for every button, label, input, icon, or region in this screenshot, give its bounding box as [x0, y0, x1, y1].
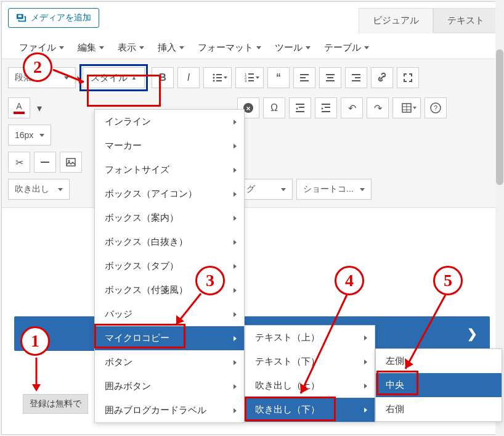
svg-line-42 — [301, 295, 347, 393]
menu-file[interactable]: ファイル — [19, 42, 64, 54]
svg-point-4 — [213, 80, 214, 82]
svg-marker-28 — [322, 107, 323, 110]
svg-rect-17 — [326, 80, 335, 81]
align-center-button[interactable] — [319, 67, 341, 88]
shortcode-btn-1[interactable]: ✂ — [8, 152, 30, 173]
svg-rect-26 — [325, 107, 330, 108]
position-item-right[interactable]: 右側 — [376, 397, 502, 421]
style-dropdown-menu: インライン マーカー フォントサイズ ボックス（アイコン） ボックス（案内） ボ… — [94, 109, 245, 423]
svg-marker-24 — [296, 107, 298, 110]
svg-line-44 — [405, 295, 445, 369]
menu-tools[interactable]: ツール — [275, 42, 311, 54]
svg-rect-18 — [352, 74, 360, 75]
svg-rect-13 — [300, 77, 306, 78]
scrollbar-thumb[interactable] — [496, 49, 503, 185]
svg-rect-23 — [296, 111, 304, 112]
svg-marker-47 — [32, 384, 41, 392]
table-button[interactable] — [392, 97, 421, 118]
svg-rect-25 — [322, 104, 330, 105]
style-item-wrap-button[interactable]: 囲みボタン — [95, 374, 244, 398]
italic-button[interactable]: I — [177, 67, 200, 88]
speech-bubble-select[interactable]: 吹き出し — [8, 179, 70, 200]
svg-rect-14 — [300, 80, 309, 81]
chevron-right-icon: ❯ — [467, 326, 478, 341]
editor-tabs: ビジュアル テキスト — [359, 8, 498, 33]
svg-point-0 — [213, 74, 214, 76]
annotation-circle-4: 4 — [335, 266, 364, 295]
svg-rect-9 — [248, 77, 254, 78]
text-color-caret[interactable]: ▾ — [34, 97, 45, 118]
style-item-box-icon[interactable]: ボックス（アイコン） — [95, 182, 244, 206]
svg-rect-11 — [248, 80, 254, 81]
tab-visual[interactable]: ビジュアル — [359, 8, 433, 33]
outdent-button[interactable] — [289, 97, 311, 118]
svg-rect-7 — [248, 73, 254, 75]
annotation-circle-5: 5 — [433, 266, 463, 295]
svg-rect-19 — [355, 77, 360, 78]
style-item-box-info[interactable]: ボックス（案内） — [95, 206, 244, 230]
svg-text:3: 3 — [245, 79, 247, 83]
add-media-button[interactable]: メディアを追加 — [8, 8, 99, 28]
svg-rect-21 — [296, 104, 304, 105]
svg-rect-16 — [327, 77, 333, 78]
align-right-button[interactable] — [345, 67, 367, 88]
numbered-list-button[interactable]: 123 — [235, 67, 264, 88]
shortcode-select[interactable]: ショートコ... — [296, 179, 372, 200]
style-item-fontsize[interactable]: フォントサイズ — [95, 158, 244, 182]
editor-top-row: メディアを追加 ビジュアル テキスト — [2, 2, 502, 33]
annotation-circle-1: 1 — [20, 326, 50, 356]
menu-insert[interactable]: 挿入 — [158, 42, 184, 54]
annotation-circle-3: 3 — [195, 266, 225, 295]
style-button-label: スタイル — [91, 72, 128, 84]
annotation-circle-2: 2 — [23, 52, 52, 82]
svg-rect-27 — [322, 111, 330, 112]
svg-rect-3 — [216, 77, 222, 78]
svg-rect-36 — [67, 158, 75, 166]
menu-format[interactable]: フォーマット — [198, 42, 261, 54]
style-item-inline[interactable]: インライン — [95, 110, 244, 134]
help-button[interactable]: ? — [425, 97, 447, 118]
annotation-arrow-3 — [167, 290, 204, 334]
bold-button[interactable]: B — [152, 67, 174, 88]
shortcode-btn-2[interactable] — [34, 152, 56, 173]
style-item-button[interactable]: ボタン — [95, 350, 244, 374]
indent-button[interactable] — [315, 97, 337, 118]
svg-rect-22 — [299, 107, 304, 108]
style-item-blogcard-label[interactable]: 囲みブログカードラベル — [95, 398, 244, 422]
svg-rect-20 — [352, 80, 360, 81]
editor-frame: メディアを追加 ビジュアル テキスト ファイル 編集 表示 挿入 フォーマット … — [1, 1, 503, 435]
text-color-button[interactable]: A — [8, 97, 30, 118]
svg-rect-15 — [326, 74, 335, 75]
svg-rect-35 — [41, 162, 49, 163]
annotation-arrow-5 — [396, 292, 452, 378]
style-item-box-outline[interactable]: ボックス（白抜き） — [95, 230, 244, 254]
menubar: ファイル 編集 表示 挿入 フォーマット ツール テーブル — [2, 33, 502, 59]
svg-rect-12 — [300, 74, 309, 75]
menu-table[interactable]: テーブル — [324, 42, 369, 54]
bullet-list-button[interactable] — [203, 67, 232, 88]
menu-view[interactable]: 表示 — [118, 42, 144, 54]
image-button[interactable] — [60, 152, 82, 173]
add-media-label: メディアを追加 — [31, 12, 91, 23]
svg-marker-45 — [405, 358, 413, 369]
redo-button[interactable]: ↷ — [367, 97, 389, 118]
menu-edit[interactable]: 編集 — [78, 42, 104, 54]
fullscreen-button[interactable] — [397, 67, 419, 88]
annotation-arrow-1 — [30, 355, 49, 398]
undo-button[interactable]: ↶ — [341, 97, 363, 118]
align-left-button[interactable] — [293, 67, 315, 88]
font-size-select[interactable]: 16px — [8, 125, 51, 146]
svg-text:?: ? — [434, 104, 437, 112]
annotation-arrow-4 — [291, 292, 353, 403]
link-button[interactable] — [371, 67, 393, 88]
special-char-button[interactable]: Ω — [263, 97, 285, 118]
annotation-arrow-2 — [50, 64, 93, 88]
tab-text[interactable]: テキスト — [433, 8, 498, 33]
svg-rect-1 — [216, 74, 222, 75]
svg-point-2 — [213, 77, 214, 79]
media-icon — [16, 12, 27, 23]
style-item-marker[interactable]: マーカー — [95, 134, 244, 158]
svg-rect-5 — [216, 80, 222, 81]
blockquote-button[interactable]: “ — [267, 67, 290, 88]
